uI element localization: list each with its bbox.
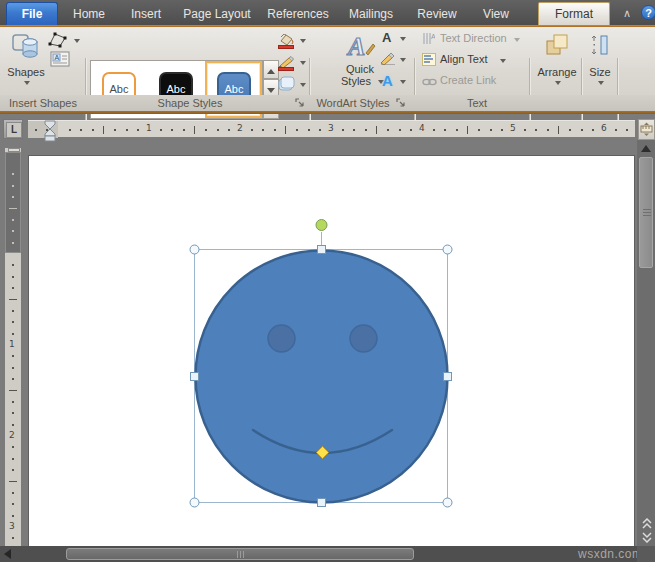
create-link-label: Create Link xyxy=(440,74,496,86)
tab-review[interactable]: Review xyxy=(408,4,466,25)
h-ruler-tick xyxy=(126,129,128,131)
shapes-button[interactable]: Shapes xyxy=(4,30,48,94)
align-text-button[interactable]: Align Text xyxy=(422,52,526,68)
arrange-label: Arrange xyxy=(534,66,580,78)
edit-shape-button[interactable] xyxy=(46,31,82,51)
next-page-button[interactable] xyxy=(641,531,653,543)
shape-styles-dialog-launcher[interactable] xyxy=(295,98,305,108)
scroll-up-arrow-icon[interactable] xyxy=(641,145,651,152)
edit-shape-icon xyxy=(46,31,70,49)
scroll-left-arrow-icon[interactable] xyxy=(4,549,11,559)
resize-handle-top-center[interactable] xyxy=(318,246,326,254)
tab-references[interactable]: References xyxy=(262,4,334,25)
resize-handle-bottom-right[interactable] xyxy=(443,498,452,507)
vertical-scrollbar-thumb[interactable] xyxy=(639,157,653,268)
edit-shape-caret-icon xyxy=(74,39,80,43)
resize-handle-top-right[interactable] xyxy=(443,245,452,254)
horizontal-scrollbar-thumb[interactable] xyxy=(66,548,414,560)
tab-view[interactable]: View xyxy=(470,4,522,25)
v-ruler-tick xyxy=(12,458,14,460)
v-ruler-tick xyxy=(12,492,14,494)
gallery-down-arrow-icon xyxy=(267,88,275,94)
thumb-grip xyxy=(643,209,651,210)
wordart-dialog-launcher[interactable] xyxy=(396,98,406,108)
previous-page-button[interactable] xyxy=(641,518,653,530)
create-link-chain-icon xyxy=(422,77,437,87)
v-ruler-tick xyxy=(12,469,14,471)
resize-handle-middle-right[interactable] xyxy=(444,373,452,381)
tab-insert[interactable]: Insert xyxy=(120,4,172,25)
rotation-handle[interactable] xyxy=(316,220,327,231)
h-ruler-number: 3 xyxy=(328,123,334,133)
h-ruler-tick xyxy=(478,129,480,131)
h-ruler-tick xyxy=(228,129,230,131)
tab-file[interactable]: File xyxy=(6,2,58,26)
ribbon-bottom-border xyxy=(0,111,655,114)
text-fill-button[interactable]: A xyxy=(380,30,408,47)
h-ruler-tick xyxy=(569,129,571,131)
v-ruler-half-tick xyxy=(9,390,17,391)
h-ruler-tick xyxy=(217,129,219,131)
v-ruler-tick xyxy=(12,264,14,266)
v-ruler-tick xyxy=(12,401,14,403)
v-ruler-tick xyxy=(12,515,14,517)
text-fill-caret-icon xyxy=(400,37,406,41)
vertical-ruler[interactable]: 123 xyxy=(5,148,21,546)
shapes-dropdown-caret-icon xyxy=(24,81,30,85)
indent-markers[interactable] xyxy=(43,120,57,142)
v-ruler-number: 3 xyxy=(9,521,15,531)
shape-effects-icon xyxy=(278,76,295,91)
group-label-text: Text xyxy=(426,97,528,109)
resize-handle-bottom-center[interactable] xyxy=(318,499,326,507)
text-effects-icon: A xyxy=(382,72,393,89)
draw-text-box-button[interactable]: A xyxy=(50,51,76,71)
thumb-grip xyxy=(237,551,238,558)
h-ruler-tick xyxy=(69,129,71,131)
shape-fill-button[interactable] xyxy=(278,32,308,50)
v-ruler-tick xyxy=(12,367,14,369)
size-button[interactable]: Size xyxy=(584,30,616,94)
group-label-shape-styles: Shape Styles xyxy=(110,97,270,109)
view-ruler-toggle-button[interactable] xyxy=(638,119,655,140)
h-ruler-tick xyxy=(274,129,276,131)
resize-handle-top-left[interactable] xyxy=(190,245,199,254)
v-ruler-tick xyxy=(12,446,14,448)
create-link-button[interactable]: Create Link xyxy=(422,73,526,89)
tab-selector-button[interactable]: L xyxy=(3,119,23,139)
smiley-face-shape[interactable] xyxy=(196,251,448,503)
v-ruler-tick xyxy=(12,310,14,312)
text-direction-button[interactable]: A Text Direction xyxy=(422,31,526,47)
v-ruler-tick xyxy=(12,287,14,289)
resize-handle-bottom-left[interactable] xyxy=(190,498,199,507)
tab-page-layout[interactable]: Page Layout xyxy=(176,4,258,25)
quick-styles-button[interactable]: A Quick Styles xyxy=(334,30,386,94)
svg-text:A: A xyxy=(55,54,60,61)
v-ruler-tick xyxy=(12,321,14,323)
shape-effects-button[interactable] xyxy=(278,76,308,94)
tab-format-active[interactable]: Format xyxy=(538,2,610,26)
h-ruler-tick xyxy=(433,129,435,131)
align-text-icon xyxy=(422,53,436,66)
tab-home[interactable]: Home xyxy=(62,4,116,25)
h-ruler-tick xyxy=(626,129,628,131)
tab-mailings[interactable]: Mailings xyxy=(338,4,404,25)
text-outline-caret-icon xyxy=(400,58,406,62)
v-ruler-tick xyxy=(12,412,14,414)
minimize-ribbon-chevron-icon[interactable]: ∧ xyxy=(618,5,636,21)
shape-outline-button[interactable] xyxy=(278,54,308,72)
gallery-scroll-up-button[interactable] xyxy=(263,60,279,79)
h-ruler-tick xyxy=(387,129,389,131)
group-label-wordart-styles: WordArt Styles xyxy=(312,97,394,109)
h-ruler-tick xyxy=(490,129,492,131)
text-fill-icon: A xyxy=(382,30,391,45)
help-icon[interactable]: ? xyxy=(641,5,655,20)
horizontal-ruler[interactable]: 123456 xyxy=(28,120,635,137)
text-outline-button[interactable] xyxy=(380,51,408,68)
gallery-up-arrow-icon xyxy=(267,69,275,75)
v-ruler-number: 2 xyxy=(9,430,15,440)
arrange-button[interactable]: Arrange xyxy=(534,30,580,94)
ribbon-tab-bar: File Home Insert Page Layout References … xyxy=(0,0,655,25)
text-effects-button[interactable]: A xyxy=(380,72,408,91)
h-ruler-half-tick xyxy=(558,126,559,134)
resize-handle-middle-left[interactable] xyxy=(191,373,199,381)
